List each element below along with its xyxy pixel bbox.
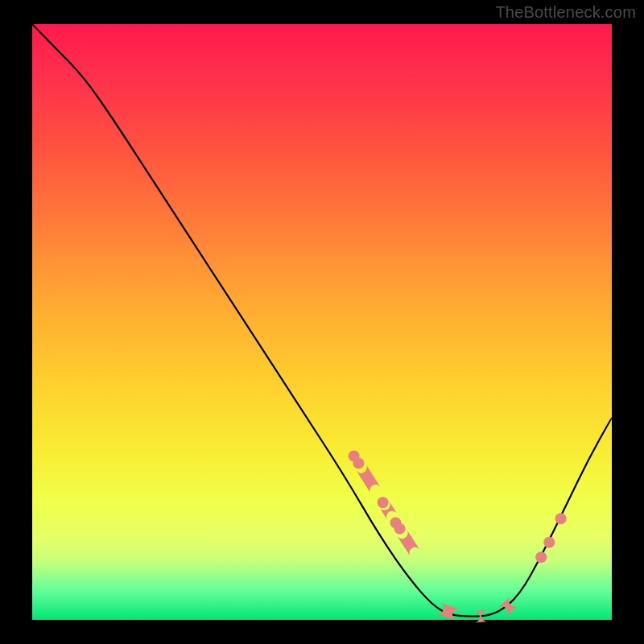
data-point-dot xyxy=(353,457,364,469)
plot-area xyxy=(32,24,612,620)
data-point-pill xyxy=(436,602,460,621)
data-point-pill xyxy=(497,597,518,617)
data-point-dot xyxy=(543,537,555,548)
chart-frame: TheBottleneck.com xyxy=(0,0,644,644)
chart-svg xyxy=(32,24,612,620)
data-point-dot xyxy=(535,551,547,563)
bottleneck-curve xyxy=(32,24,612,617)
data-point-dot xyxy=(555,513,567,524)
watermark-text: TheBottleneck.com xyxy=(495,3,636,22)
data-point-dot xyxy=(378,497,389,508)
data-point-pill xyxy=(357,465,380,493)
data-point-dot xyxy=(394,523,406,535)
